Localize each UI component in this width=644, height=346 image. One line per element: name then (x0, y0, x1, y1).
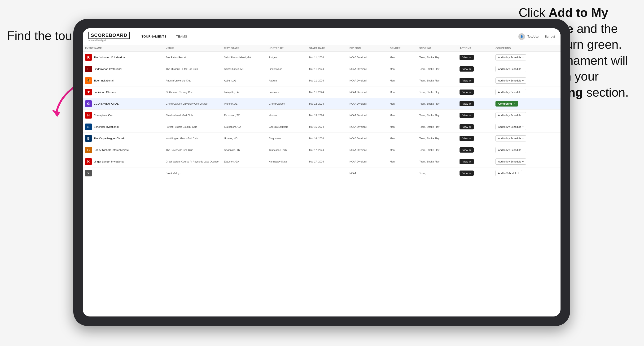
cell-scoring: Team, Stroke Play (417, 156, 458, 168)
cell-date: Mar 17, 2024 (307, 156, 347, 168)
table-row: HChampions CupShadow Hawk Golf ClubRichm… (83, 110, 560, 121)
add-schedule-button[interactable]: Add to My Schedule + (496, 124, 526, 130)
cell-city: Saint Charles, MO (222, 63, 266, 75)
col-header-competing: COMPETING (493, 45, 560, 52)
view-button[interactable]: View ⊙ (460, 147, 474, 153)
cell-competing: Competing ✓ (493, 98, 560, 110)
cell-division: NCAA Division I (347, 110, 388, 121)
table-row: SSchenkel InvitationalForest Heights Cou… (83, 121, 560, 133)
cell-hosted: Tennessee Tech (266, 144, 307, 156)
cell-city: Statesboro, GA (222, 121, 266, 133)
col-header-division: DIVISION (347, 45, 388, 52)
tab-tournaments[interactable]: TOURNAMENTS (137, 33, 171, 40)
view-button[interactable]: View ⊙ (460, 101, 474, 106)
event-name-text: Tiger Invitational (94, 79, 114, 82)
cell-scoring: Team, Stroke Play (417, 52, 458, 63)
view-button[interactable]: View ⊙ (460, 55, 474, 60)
event-name-text: The Carpetbagger Classic (94, 137, 125, 140)
cell-city: Phoenix, AZ (222, 98, 266, 110)
cell-venue: Oakbourne Country Club (164, 86, 222, 98)
cell-venue: Forest Heights Country Club (164, 121, 222, 133)
add-schedule-button[interactable]: Add to My Schedule + (496, 77, 526, 84)
add-schedule-button[interactable]: Add to My Schedule + (496, 66, 526, 72)
app-header: SCOREBOARD Powered by clippd TOURNAMENTS… (83, 28, 560, 45)
logo-subtitle: Powered by clippd (88, 39, 130, 42)
header-divider (542, 35, 542, 38)
view-button[interactable]: View ⊙ (460, 90, 474, 95)
cell-division: NCAA Division I (347, 121, 388, 133)
add-schedule-button[interactable]: Add to Schedule + (496, 170, 522, 176)
add-schedule-button[interactable]: Add to My Schedule + (496, 135, 526, 142)
table-row: ⚜Louisiana ClassicsOakbourne Country Clu… (83, 86, 560, 98)
cell-division: NCAA Division I (347, 52, 388, 63)
cell-gender (388, 168, 417, 179)
col-header-scoring: SCORING (417, 45, 458, 52)
cell-hosted: Lindenwood (266, 63, 307, 75)
cell-actions: View ⊙ (457, 168, 493, 179)
cell-date: Mar 11, 2024 (307, 75, 347, 86)
cell-date: Mar 11, 2024 (307, 52, 347, 63)
cell-competing: Add to My Schedule + (493, 86, 560, 98)
table-row: LLindenwood InvitationalThe Missouri Blu… (83, 63, 560, 75)
cell-city: Saint Simons Island, GA (222, 52, 266, 63)
cell-event: KLinger Longer Invitational (83, 156, 164, 168)
table-container: EVENT NAME VENUE CITY, STATE HOSTED BY S… (83, 45, 560, 317)
cell-hosted: Auburn (266, 75, 307, 86)
cell-event: RThe Johnnie - O Individual (83, 52, 164, 63)
cell-hosted: Louisiana (266, 86, 307, 98)
add-schedule-button[interactable]: Add to My Schedule + (496, 89, 526, 95)
cell-competing: Add to My Schedule + (493, 156, 560, 168)
cell-competing: Add to My Schedule + (493, 52, 560, 63)
view-button[interactable]: View ⊙ (460, 124, 474, 129)
cell-division: NCAA (347, 168, 388, 179)
view-button[interactable]: View ⊙ (460, 159, 474, 164)
competing-button[interactable]: Competing ✓ (496, 101, 518, 107)
user-label: Test User (528, 35, 540, 38)
cell-scoring: Team, Stroke Play (417, 63, 458, 75)
add-schedule-button[interactable]: Add to My Schedule + (496, 147, 526, 153)
cell-gender: Men (388, 133, 417, 144)
table-row: KLinger Longer InvitationalGreat Waters … (83, 156, 560, 168)
cell-event: GGCU INVITATIONAL (83, 98, 164, 110)
col-header-venue: VENUE (164, 45, 222, 52)
cell-scoring: Team, Stroke Play (417, 75, 458, 86)
cell-division: NCAA Division I (347, 86, 388, 98)
view-button[interactable]: View ⊙ (460, 136, 474, 141)
cell-venue: Worthington Manor Golf Club (164, 133, 222, 144)
view-button[interactable]: View ⊙ (460, 113, 474, 118)
add-schedule-button[interactable]: Add to My Schedule + (496, 159, 526, 165)
add-schedule-button[interactable]: Add to My Schedule + (496, 112, 526, 118)
cell-city: Auburn, AL (222, 75, 266, 86)
sign-out-link[interactable]: Sign out (544, 35, 555, 38)
cell-date: Mar 15, 2024 (307, 121, 347, 133)
cell-actions: View ⊙ (457, 121, 493, 133)
view-button[interactable]: View ⊙ (460, 171, 474, 176)
col-header-hosted: HOSTED BY (266, 45, 307, 52)
header-right: 👤 Test User Sign out (518, 33, 555, 40)
cell-event: ? (83, 168, 164, 179)
add-schedule-button[interactable]: Add to My Schedule + (496, 54, 526, 60)
cell-city: Richmond, TX (222, 110, 266, 121)
view-button[interactable]: View ⊙ (460, 78, 474, 83)
cell-competing: Add to My Schedule + (493, 75, 560, 86)
cell-event: ⚜Louisiana Classics (83, 86, 164, 98)
cell-actions: View ⊙ (457, 144, 493, 156)
cell-date: Mar 13, 2024 (307, 110, 347, 121)
cell-division: NCAA Division I (347, 63, 388, 75)
cell-gender: Men (388, 63, 417, 75)
cell-actions: View ⊙ (457, 156, 493, 168)
cell-city: Eatonton, GA (222, 156, 266, 168)
cell-competing: Add to My Schedule + (493, 63, 560, 75)
cell-event: BBobby Nichols Intercollegiate (83, 144, 164, 156)
view-button[interactable]: View ⊙ (460, 66, 474, 72)
tab-teams[interactable]: TEAMS (171, 33, 192, 40)
cell-competing: Add to Schedule + (493, 168, 560, 179)
event-name-text: Champions Cup (94, 114, 113, 117)
col-header-date: START DATE (307, 45, 347, 52)
cell-city (222, 168, 266, 179)
cell-event: 🐯Tiger Invitational (83, 75, 164, 86)
cell-actions: View ⊙ (457, 98, 493, 110)
cell-event: LLindenwood Invitational (83, 63, 164, 75)
cell-date: Mar 11, 2024 (307, 86, 347, 98)
table-row: BBobby Nichols IntercollegiateThe Sevier… (83, 144, 560, 156)
